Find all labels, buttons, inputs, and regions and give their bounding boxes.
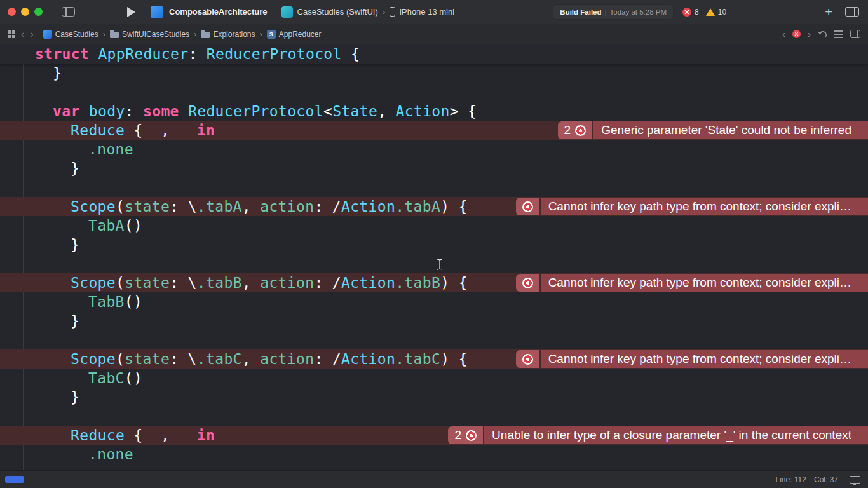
error-count-icon[interactable] <box>682 8 691 17</box>
code-token: AppReducer <box>98 46 188 62</box>
cursor-position: Line: 112 Col: 37 <box>775 475 860 484</box>
issue-indicator-icon[interactable] <box>792 30 801 38</box>
focused-editor-indicator <box>5 476 24 483</box>
code-line[interactable]: } <box>0 159 868 178</box>
code-rows[interactable]: }var body: some ReducerProtocol<State, A… <box>0 64 868 470</box>
error-icon <box>522 201 533 212</box>
scheme-selector[interactable]: CaseStudies (SwiftUI) › iPhone 13 mini <box>281 6 455 18</box>
code-line[interactable]: var body: some ReducerProtocol<State, Ac… <box>0 102 868 121</box>
code-token: : / <box>314 198 341 215</box>
error-message[interactable]: Cannot infer key path type from context;… <box>541 198 868 215</box>
code-line[interactable]: } <box>0 388 868 407</box>
display-icon[interactable] <box>850 476 860 484</box>
error-badge[interactable] <box>516 350 539 368</box>
code-token: () <box>125 217 142 234</box>
scheme-name[interactable]: CaseStudies (SwiftUI) <box>297 7 378 17</box>
code-line[interactable] <box>0 330 868 349</box>
activity-view[interactable]: Build Failed | Today at 5:28 PM <box>553 4 674 20</box>
sticky-declaration[interactable]: struct AppReducer: ReducerProtocol { <box>0 44 868 64</box>
previous-issue-button[interactable]: ‹ <box>782 29 785 39</box>
code-token: { <box>342 46 360 62</box>
run-destination[interactable]: iPhone 13 mini <box>400 7 454 17</box>
minimize-window-button[interactable] <box>21 8 29 16</box>
code-line[interactable]: Scope(state: \.tabA, action: /Action.tab… <box>0 197 868 216</box>
code-line[interactable]: .none <box>0 445 868 464</box>
code-line[interactable]: Reduce { _, _ in2Unable to infer type of… <box>0 426 868 445</box>
error-badge[interactable] <box>516 198 539 215</box>
run-button[interactable] <box>127 7 135 17</box>
next-issue-button[interactable]: › <box>808 29 811 39</box>
breadcrumb-item-project[interactable]: CaseStudies <box>43 30 98 39</box>
breadcrumb-item-group[interactable]: SwiftUICaseStudies <box>110 30 189 39</box>
code-token: state <box>125 274 170 291</box>
breadcrumb-item-file[interactable]: S AppReducer <box>267 30 322 39</box>
editor-options-icon[interactable] <box>850 30 860 38</box>
code-token: in <box>197 122 215 139</box>
error-message[interactable]: Unable to infer type of a closure parame… <box>484 426 868 444</box>
error-badge[interactable]: 2 <box>448 426 483 444</box>
error-count[interactable]: 8 <box>695 8 699 17</box>
editor-layout-icon[interactable] <box>845 7 859 17</box>
error-message[interactable]: Cannot infer key path type from context;… <box>541 274 868 292</box>
forward-button[interactable]: › <box>30 29 33 39</box>
close-window-button[interactable] <box>8 8 16 16</box>
code-line[interactable]: } <box>0 64 868 83</box>
code-line[interactable]: struct AppReducer: ReducerProtocol { <box>0 44 868 64</box>
error-annotation[interactable]: 2Unable to infer type of a closure param… <box>448 426 868 444</box>
code-token: ReducerProtocol <box>207 46 342 62</box>
status-separator: | <box>605 8 607 16</box>
code-line[interactable]: Scope(state: \.tabC, action: /Action.tab… <box>0 349 868 369</box>
code-line[interactable]: TabB() <box>0 292 868 311</box>
error-annotation[interactable]: Cannot infer key path type from context;… <box>516 350 868 368</box>
toggle-navigator-icon[interactable] <box>62 7 75 17</box>
code-line[interactable]: TabA() <box>0 216 868 235</box>
code-line[interactable] <box>0 254 868 273</box>
code-line[interactable]: Scope(state: \.tabB, action: /Action.tab… <box>0 273 868 292</box>
code-token: Scope <box>71 351 116 367</box>
code-line[interactable] <box>0 83 868 102</box>
error-message[interactable]: Generic parameter 'State' could not be i… <box>593 121 868 139</box>
code-token: } <box>71 389 79 405</box>
jump-back-arrow-icon[interactable] <box>818 30 827 38</box>
code-token: , <box>377 103 395 119</box>
related-items-icon[interactable] <box>8 30 15 38</box>
error-message[interactable]: Cannot infer key path type from context;… <box>541 350 868 368</box>
code-token: .tabB <box>395 274 440 291</box>
chevron-right-icon: › <box>383 7 385 17</box>
text-cursor <box>436 258 444 271</box>
warning-count-icon[interactable] <box>706 8 715 16</box>
code-line[interactable]: } <box>0 235 868 254</box>
code-token: .tabA <box>197 198 242 215</box>
code-token: , <box>242 274 260 291</box>
code-line[interactable] <box>0 407 868 426</box>
issue-counts: 8 10 <box>682 8 726 17</box>
code-token <box>80 103 89 119</box>
code-line[interactable]: Reduce { _, _ in2Generic parameter 'Stat… <box>0 121 868 140</box>
code-line[interactable]: TabC() <box>0 369 868 388</box>
source-editor[interactable]: struct AppReducer: ReducerProtocol { }va… <box>0 44 868 470</box>
warning-count[interactable]: 10 <box>718 8 726 17</box>
code-token: state <box>125 198 170 215</box>
code-token: body <box>89 103 125 119</box>
error-icon <box>522 354 533 365</box>
back-button[interactable]: ‹ <box>21 29 24 39</box>
code-token: ( <box>116 351 125 367</box>
zoom-window-button[interactable] <box>34 8 43 16</box>
error-annotation[interactable]: Cannot infer key path type from context;… <box>516 274 868 292</box>
add-tab-button[interactable]: + <box>825 6 832 18</box>
breadcrumb-label[interactable]: AppReducer <box>279 30 322 39</box>
chevron-right-icon: › <box>259 29 262 39</box>
breadcrumb-label[interactable]: CaseStudies <box>55 30 98 39</box>
breadcrumb-label[interactable]: SwiftUICaseStudies <box>122 30 189 39</box>
error-annotation[interactable]: Cannot infer key path type from context;… <box>516 198 868 215</box>
code-token: .tabC <box>197 351 242 367</box>
code-line[interactable] <box>0 178 868 197</box>
code-line[interactable]: } <box>0 311 868 330</box>
error-annotation[interactable]: 2Generic parameter 'State' could not be … <box>558 121 868 139</box>
breadcrumb-item-subgroup[interactable]: Explorations <box>201 30 255 39</box>
code-line[interactable]: .none <box>0 140 868 159</box>
error-badge[interactable]: 2 <box>558 121 593 139</box>
error-badge[interactable] <box>516 274 539 292</box>
breadcrumb-label[interactable]: Explorations <box>213 30 255 39</box>
code-review-icon[interactable] <box>834 30 843 38</box>
